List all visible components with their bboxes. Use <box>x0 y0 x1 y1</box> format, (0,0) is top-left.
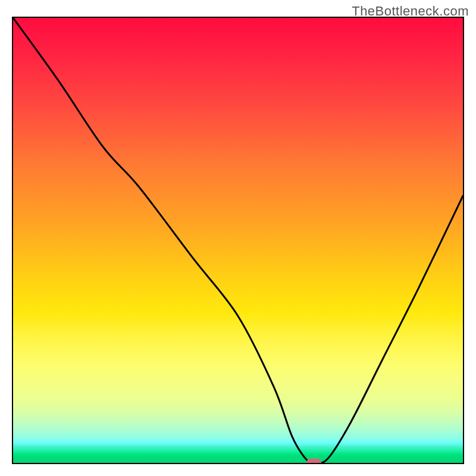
bottleneck-curve-path <box>13 18 463 463</box>
optimal-point-marker <box>306 459 321 464</box>
curve-layer <box>13 18 463 463</box>
plot-area <box>12 17 464 464</box>
chart-container: TheBottleneck.com <box>0 0 476 476</box>
